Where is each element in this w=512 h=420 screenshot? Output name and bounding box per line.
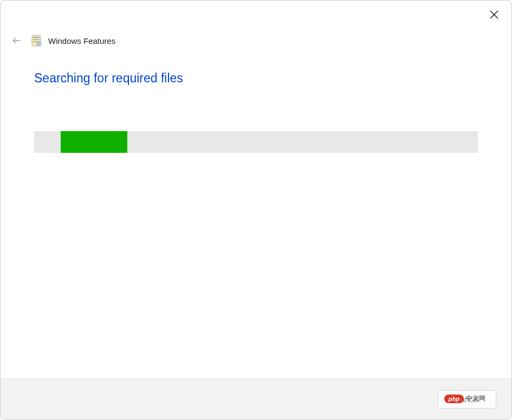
close-button[interactable] xyxy=(487,7,502,22)
windows-features-icon xyxy=(31,34,42,47)
svg-rect-5 xyxy=(33,39,40,40)
cancel-button[interactable]: Cancel xyxy=(438,390,496,409)
header-bar: Windows Features xyxy=(1,1,511,48)
progress-fill xyxy=(61,131,127,153)
svg-rect-4 xyxy=(33,37,40,38)
progress-bar xyxy=(34,131,478,153)
back-arrow-icon xyxy=(11,35,22,46)
back-button xyxy=(9,33,24,48)
window-title: Windows Features xyxy=(48,36,115,46)
page-heading: Searching for required files xyxy=(34,71,511,86)
footer-bar: Cancel xyxy=(1,378,511,419)
close-icon xyxy=(490,10,498,19)
